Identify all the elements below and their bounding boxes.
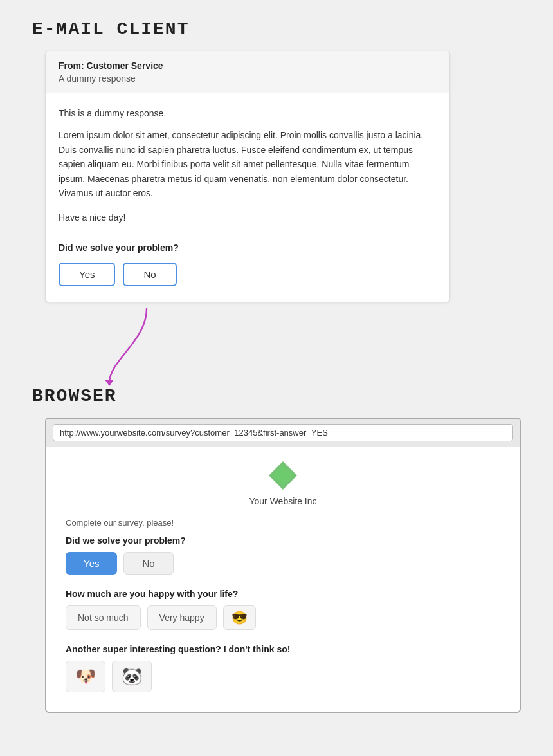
browser-url-input[interactable]: [53, 424, 513, 441]
browser-window: Your Website Inc Complete our survey, pl…: [45, 418, 521, 713]
browser-yes-button[interactable]: Yes: [66, 552, 117, 575]
survey-subtitle: Complete our survey, please!: [66, 518, 500, 528]
browser-very-happy-button[interactable]: Very happy: [147, 605, 217, 630]
email-farewell: Have a nice day!: [59, 210, 437, 225]
email-from: From: Customer Service: [59, 60, 437, 71]
email-no-button[interactable]: No: [123, 263, 176, 286]
browser-section: BROWSER Your Website Inc Complete our su…: [32, 386, 521, 713]
browser-panda-emoji-button[interactable]: 🐼: [112, 661, 152, 692]
browser-no-button[interactable]: No: [123, 552, 173, 575]
browser-content: Your Website Inc Complete our survey, pl…: [46, 447, 520, 712]
svg-marker-0: [105, 380, 114, 386]
email-subject: A dummy response: [59, 73, 437, 84]
logo-name: Your Website Inc: [249, 496, 316, 506]
connecting-arrow: [45, 302, 270, 386]
email-client-heading: E-MAIL CLIENT: [32, 19, 521, 39]
svg-marker-2: [273, 465, 293, 486]
browser-q3-label: Another super interesting question? I do…: [66, 644, 500, 654]
email-survey-buttons: Yes No: [59, 263, 437, 286]
browser-q2-buttons: Not so much Very happy 😎: [66, 605, 500, 630]
browser-q2-label: How much are you happy with your life?: [66, 589, 500, 599]
diamond-logo-icon: [267, 460, 298, 491]
email-body-line1: This is a dummy response.: [59, 106, 437, 120]
browser-addressbar: [46, 419, 520, 447]
browser-q3-buttons: 🐶 🐼: [66, 661, 500, 692]
email-body: This is a dummy response. Lorem ipsum do…: [46, 93, 449, 302]
browser-q1-buttons: Yes No: [66, 552, 500, 575]
email-survey-question: Did we solve your problem?: [59, 241, 437, 255]
browser-heading: BROWSER: [32, 386, 521, 406]
email-header: From: Customer Service A dummy response: [46, 51, 449, 93]
email-yes-button[interactable]: Yes: [59, 263, 115, 286]
browser-q1-label: Did we solve your problem?: [66, 535, 500, 546]
email-body-para: Lorem ipsum dolor sit amet, consectetur …: [59, 128, 437, 200]
browser-sunglasses-emoji-button[interactable]: 😎: [223, 605, 256, 630]
browser-not-so-much-button[interactable]: Not so much: [66, 605, 141, 630]
email-card: From: Customer Service A dummy response …: [45, 51, 450, 302]
browser-dog-emoji-button[interactable]: 🐶: [66, 661, 105, 692]
logo-area: Your Website Inc: [66, 460, 500, 506]
arrow-container: [45, 302, 521, 386]
